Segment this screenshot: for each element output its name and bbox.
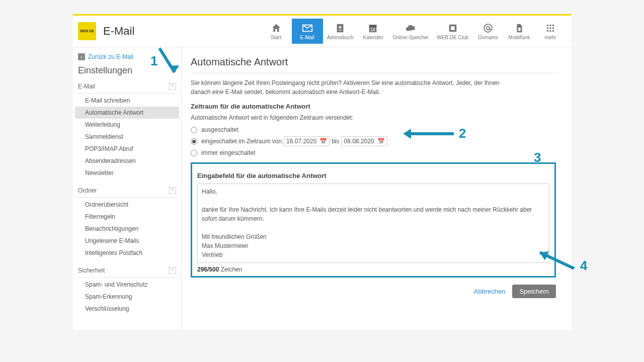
message-heading: Eingabefeld für die automatische Antwort: [197, 172, 549, 179]
sidebar-item[interactable]: Absenderadressen: [75, 155, 179, 167]
svg-point-13: [549, 27, 551, 29]
sidebar-item[interactable]: Intelligentes Postfach: [75, 247, 179, 259]
sidebar-item[interactable]: Automatische Antwort: [75, 107, 179, 119]
svg-point-7: [487, 26, 490, 29]
back-link[interactable]: ‹ Zurück zu E-Mail: [75, 51, 179, 62]
section-header[interactable]: E-Mail⌃: [75, 80, 179, 94]
at-icon: [482, 23, 494, 34]
date-from-value: 16.07.2020: [286, 138, 316, 145]
sidebar-item[interactable]: Spam- und Virenschutz: [75, 279, 179, 291]
section-title: Ordner: [78, 187, 97, 194]
svg-point-16: [549, 30, 551, 32]
chevron-left-icon: ‹: [78, 53, 85, 60]
message-textarea[interactable]: Hallo, danke für Ihre Nachricht. Ich kan…: [197, 184, 549, 263]
calendar-icon: 📅: [319, 138, 327, 145]
sidebar-item[interactable]: Weiterleitung: [75, 119, 179, 131]
date-to-input[interactable]: 08.08.2020 📅: [341, 136, 387, 146]
nav-sim[interactable]: Mobilfunk: [504, 19, 535, 44]
sidebar-item[interactable]: POP3/IMAP Abruf: [75, 143, 179, 155]
radio-range-prefix: eingeschaltet im Zeitraum von: [201, 138, 282, 145]
sidebar: ‹ Zurück zu E-Mail Einstellungen E-Mail⌃…: [73, 47, 182, 330]
sidebar-item[interactable]: Ordnerübersicht: [75, 199, 179, 211]
nav-cloud[interactable]: Online-Speicher: [388, 19, 433, 44]
nav-label: Adressbuch: [327, 35, 354, 40]
sidebar-item[interactable]: Newsletter: [75, 167, 179, 179]
radio-range[interactable]: eingeschaltet im Zeitraum von 16.07.2020…: [191, 136, 556, 146]
sidebar-item[interactable]: Ungelesene E-Mails: [75, 235, 179, 247]
section-title: E-Mail: [78, 83, 95, 90]
sidebar-item[interactable]: Spam-Erkennung: [75, 291, 179, 303]
calendar-icon: 📅: [377, 138, 385, 145]
svg-point-10: [549, 24, 551, 26]
main-nav: StartE-MailAdressbuch16KalenderOnline-Sp…: [261, 19, 566, 44]
nav-label: E-Mail: [300, 35, 314, 40]
cloud-icon: [405, 23, 416, 34]
sim-icon: [514, 23, 525, 34]
sidebar-item[interactable]: Benachrichtigungen: [75, 223, 179, 235]
nav-at[interactable]: Domains: [472, 19, 504, 44]
nav-label: Start: [271, 35, 281, 40]
radio-icon: [191, 127, 197, 133]
brand-logo: WEB.DE: [78, 22, 96, 40]
nav-contacts[interactable]: Adressbuch: [323, 19, 358, 44]
period-note: Automatische Antwort wird in folgendem Z…: [191, 114, 556, 121]
svg-point-15: [547, 30, 549, 32]
contacts-icon: [335, 23, 346, 34]
nav-mail[interactable]: E-Mail: [292, 19, 323, 44]
sidebar-title: Einstellungen: [75, 62, 179, 80]
intro-text: Sie können längere Zeit Ihren Posteingan…: [191, 78, 518, 97]
radio-always-label: immer eingeschaltet: [201, 149, 255, 156]
radio-icon: [191, 150, 197, 156]
sidebar-item[interactable]: Verschlüsselung: [75, 303, 179, 315]
page-title: Automatische Antwort: [191, 56, 556, 73]
nav-label: Domains: [478, 35, 498, 40]
nav-label: mehr: [545, 35, 556, 40]
char-count: 296/500 Zeichen: [197, 266, 549, 273]
nav-label: Kalender: [363, 35, 383, 40]
section-title: Sicherheit: [78, 267, 105, 274]
svg-rect-8: [518, 28, 521, 31]
club-icon: [447, 23, 458, 34]
radio-off[interactable]: ausgeschaltet: [191, 126, 556, 133]
content-area: Automatische Antwort Sie können längere …: [182, 47, 571, 330]
radio-off-label: ausgeschaltet: [201, 126, 238, 133]
radio-always[interactable]: immer eingeschaltet: [191, 149, 556, 156]
sidebar-item[interactable]: E-Mail schreiben: [75, 95, 179, 107]
nav-calendar[interactable]: 16Kalender: [357, 19, 388, 44]
svg-point-14: [552, 27, 554, 29]
section-header[interactable]: Ordner⌃: [75, 184, 179, 198]
date-from-input[interactable]: 16.07.2020 📅: [284, 136, 330, 146]
top-bar: WEB.DE E-Mail StartE-MailAdressbuch16Kal…: [73, 16, 571, 47]
nav-grid[interactable]: mehr: [535, 19, 566, 44]
nav-label: Online-Speicher: [392, 35, 429, 40]
chevron-up-icon: ⌃: [169, 83, 176, 90]
nav-home[interactable]: Start: [261, 19, 292, 44]
home-icon: [271, 23, 282, 34]
svg-point-11: [552, 24, 554, 26]
save-button[interactable]: Speichern: [512, 285, 556, 298]
nav-label: Mobilfunk: [509, 35, 530, 40]
message-section: Eingabefeld für die automatische Antwort…: [191, 162, 556, 278]
sidebar-item[interactable]: Filterregeln: [75, 211, 179, 223]
calendar-icon: 16: [367, 23, 378, 34]
radio-icon: [191, 138, 197, 145]
nav-club[interactable]: WEB.DE Club: [433, 19, 472, 44]
svg-rect-3: [369, 25, 377, 27]
svg-point-1: [339, 26, 342, 28]
svg-point-9: [547, 24, 549, 26]
sidebar-item[interactable]: Sammeldienst: [75, 131, 179, 143]
app-title: E-Mail: [103, 25, 134, 38]
svg-rect-6: [451, 26, 454, 30]
date-to-value: 08.08.2020: [344, 138, 374, 145]
section-header[interactable]: Sicherheit⌃: [75, 264, 179, 278]
nav-label: WEB.DE Club: [437, 35, 468, 40]
char-count-suffix: Zeichen: [219, 266, 242, 273]
svg-point-12: [547, 27, 549, 29]
chevron-up-icon: ⌃: [169, 267, 176, 274]
mail-icon: [302, 23, 313, 34]
period-heading: Zeitraum für die automatische Antwort: [191, 103, 556, 110]
svg-text:16: 16: [371, 27, 376, 32]
char-count-value: 296/500: [197, 266, 219, 273]
cancel-button[interactable]: Abbrechen: [474, 288, 506, 295]
chevron-up-icon: ⌃: [169, 187, 176, 194]
